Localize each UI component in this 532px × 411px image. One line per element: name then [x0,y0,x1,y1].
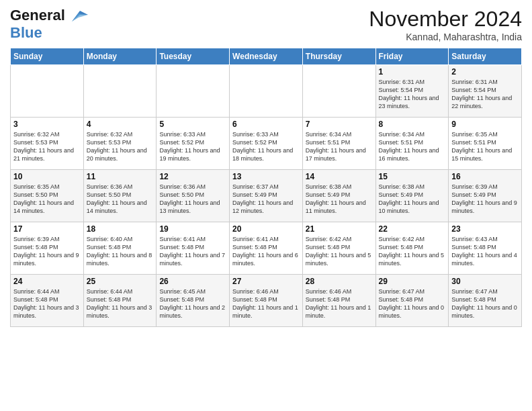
header-saturday: Saturday [449,48,522,65]
day-number: 28 [306,277,373,286]
month-title: November 2024 [369,7,522,32]
day-info: Sunrise: 6:39 AM Sunset: 5:48 PM Dayligh… [13,235,81,268]
calendar-table: Sunday Monday Tuesday Wednesday Thursday… [10,48,522,327]
calendar-cell-w1-d6: 1Sunrise: 6:31 AM Sunset: 5:54 PM Daylig… [375,65,449,118]
day-info: Sunrise: 6:31 AM Sunset: 5:54 PM Dayligh… [379,78,446,111]
day-info: Sunrise: 6:32 AM Sunset: 5:53 PM Dayligh… [87,130,154,163]
calendar-cell-w3-d6: 15Sunrise: 6:38 AM Sunset: 5:49 PM Dayli… [375,170,449,222]
week-row-5: 24Sunrise: 6:44 AM Sunset: 5:48 PM Dayli… [11,275,522,327]
calendar-cell-w1-d2 [83,65,157,118]
day-number: 29 [379,277,446,286]
calendar-cell-w5-d7: 30Sunrise: 6:47 AM Sunset: 5:48 PM Dayli… [449,275,522,327]
calendar-cell-w4-d4: 20Sunrise: 6:41 AM Sunset: 5:48 PM Dayli… [230,222,303,275]
header-wednesday: Wednesday [230,48,303,65]
day-number: 14 [306,172,373,181]
day-number: 16 [451,172,519,181]
week-row-4: 17Sunrise: 6:39 AM Sunset: 5:48 PM Dayli… [11,222,522,275]
day-info: Sunrise: 6:44 AM Sunset: 5:48 PM Dayligh… [13,287,81,320]
day-number: 12 [159,172,226,181]
calendar-cell-w3-d1: 10Sunrise: 6:35 AM Sunset: 5:50 PM Dayli… [11,170,84,222]
calendar-cell-w4-d5: 21Sunrise: 6:42 AM Sunset: 5:48 PM Dayli… [302,222,375,275]
day-info: Sunrise: 6:45 AM Sunset: 5:48 PM Dayligh… [159,287,226,320]
day-info: Sunrise: 6:36 AM Sunset: 5:50 PM Dayligh… [159,183,226,216]
header-monday: Monday [83,48,157,65]
day-info: Sunrise: 6:40 AM Sunset: 5:48 PM Dayligh… [87,235,154,268]
calendar-cell-w3-d3: 12Sunrise: 6:36 AM Sunset: 5:50 PM Dayli… [157,170,230,222]
calendar-cell-w4-d7: 23Sunrise: 6:43 AM Sunset: 5:48 PM Dayli… [449,222,522,275]
day-info: Sunrise: 6:42 AM Sunset: 5:48 PM Dayligh… [306,235,373,268]
day-info: Sunrise: 6:47 AM Sunset: 5:48 PM Dayligh… [379,287,446,320]
day-number: 5 [159,120,226,129]
day-info: Sunrise: 6:37 AM Sunset: 5:49 PM Dayligh… [232,183,300,216]
day-number: 9 [451,120,519,129]
day-info: Sunrise: 6:36 AM Sunset: 5:50 PM Dayligh… [87,183,154,216]
calendar-cell-w2-d5: 7Sunrise: 6:34 AM Sunset: 5:51 PM Daylig… [302,118,375,170]
day-number: 22 [379,224,446,234]
calendar-cell-w4-d2: 18Sunrise: 6:40 AM Sunset: 5:48 PM Dayli… [83,222,157,275]
logo-blue: Blue [10,24,42,41]
day-number: 10 [13,172,81,181]
day-number: 20 [232,224,300,234]
calendar-cell-w2-d2: 4Sunrise: 6:32 AM Sunset: 5:53 PM Daylig… [83,118,157,170]
calendar-cell-w4-d3: 19Sunrise: 6:41 AM Sunset: 5:48 PM Dayli… [157,222,230,275]
calendar-cell-w5-d4: 27Sunrise: 6:46 AM Sunset: 5:48 PM Dayli… [230,275,303,327]
day-info: Sunrise: 6:38 AM Sunset: 5:49 PM Dayligh… [379,183,446,216]
day-number: 25 [87,277,154,286]
day-number: 30 [451,277,519,286]
day-info: Sunrise: 6:33 AM Sunset: 5:52 PM Dayligh… [232,130,300,163]
day-number: 3 [13,120,81,129]
day-info: Sunrise: 6:42 AM Sunset: 5:48 PM Dayligh… [379,235,446,268]
location-subtitle: Kannad, Maharashtra, India [369,32,522,42]
calendar-cell-w5-d5: 28Sunrise: 6:46 AM Sunset: 5:48 PM Dayli… [302,275,375,327]
day-number: 15 [379,172,446,181]
day-info: Sunrise: 6:47 AM Sunset: 5:48 PM Dayligh… [451,287,519,320]
calendar-cell-w2-d1: 3Sunrise: 6:32 AM Sunset: 5:53 PM Daylig… [11,118,84,170]
week-row-3: 10Sunrise: 6:35 AM Sunset: 5:50 PM Dayli… [11,170,522,222]
logo-bird-icon [66,8,88,23]
logo-general: General [10,7,65,24]
calendar-cell-w4-d6: 22Sunrise: 6:42 AM Sunset: 5:48 PM Dayli… [375,222,449,275]
week-row-2: 3Sunrise: 6:32 AM Sunset: 5:53 PM Daylig… [11,118,522,170]
logo: General Blue [10,7,88,42]
day-number: 27 [232,277,300,286]
calendar-cell-w1-d7: 2Sunrise: 6:31 AM Sunset: 5:54 PM Daylig… [449,65,522,118]
day-number: 21 [306,224,373,234]
day-info: Sunrise: 6:32 AM Sunset: 5:53 PM Dayligh… [13,130,81,163]
header-sunday: Sunday [11,48,84,65]
calendar-cell-w3-d5: 14Sunrise: 6:38 AM Sunset: 5:49 PM Dayli… [302,170,375,222]
day-number: 2 [451,67,519,77]
calendar-cell-w2-d7: 9Sunrise: 6:35 AM Sunset: 5:51 PM Daylig… [449,118,522,170]
svg-marker-1 [72,13,88,21]
day-info: Sunrise: 6:39 AM Sunset: 5:49 PM Dayligh… [451,183,519,216]
day-info: Sunrise: 6:44 AM Sunset: 5:48 PM Dayligh… [87,287,154,320]
header-thursday: Thursday [302,48,375,65]
day-info: Sunrise: 6:41 AM Sunset: 5:48 PM Dayligh… [232,235,300,268]
day-number: 26 [159,277,226,286]
calendar-cell-w2-d6: 8Sunrise: 6:34 AM Sunset: 5:51 PM Daylig… [375,118,449,170]
title-block: November 2024 Kannad, Maharashtra, India [369,7,522,42]
calendar-cell-w3-d7: 16Sunrise: 6:39 AM Sunset: 5:49 PM Dayli… [449,170,522,222]
page-container: General Blue November 2024 Kannad, Mahar… [0,0,532,334]
day-number: 13 [232,172,300,181]
day-number: 18 [87,224,154,234]
day-info: Sunrise: 6:41 AM Sunset: 5:48 PM Dayligh… [159,235,226,268]
day-number: 4 [87,120,154,129]
day-info: Sunrise: 6:46 AM Sunset: 5:48 PM Dayligh… [232,287,300,320]
day-number: 19 [159,224,226,234]
day-info: Sunrise: 6:46 AM Sunset: 5:48 PM Dayligh… [306,287,373,320]
day-info: Sunrise: 6:35 AM Sunset: 5:50 PM Dayligh… [13,183,81,216]
calendar-cell-w1-d3 [157,65,230,118]
day-number: 17 [13,224,81,234]
week-row-1: 1Sunrise: 6:31 AM Sunset: 5:54 PM Daylig… [11,65,522,118]
calendar-cell-w5-d6: 29Sunrise: 6:47 AM Sunset: 5:48 PM Dayli… [375,275,449,327]
calendar-cell-w3-d4: 13Sunrise: 6:37 AM Sunset: 5:49 PM Dayli… [230,170,303,222]
day-number: 1 [379,67,446,77]
calendar-cell-w5-d2: 25Sunrise: 6:44 AM Sunset: 5:48 PM Dayli… [83,275,157,327]
calendar-cell-w2-d4: 6Sunrise: 6:33 AM Sunset: 5:52 PM Daylig… [230,118,303,170]
calendar-header-row: Sunday Monday Tuesday Wednesday Thursday… [11,48,522,65]
calendar-cell-w5-d3: 26Sunrise: 6:45 AM Sunset: 5:48 PM Dayli… [157,275,230,327]
day-number: 7 [306,120,373,129]
calendar-cell-w5-d1: 24Sunrise: 6:44 AM Sunset: 5:48 PM Dayli… [11,275,84,327]
day-info: Sunrise: 6:43 AM Sunset: 5:48 PM Dayligh… [451,235,519,268]
day-info: Sunrise: 6:35 AM Sunset: 5:51 PM Dayligh… [451,130,519,163]
